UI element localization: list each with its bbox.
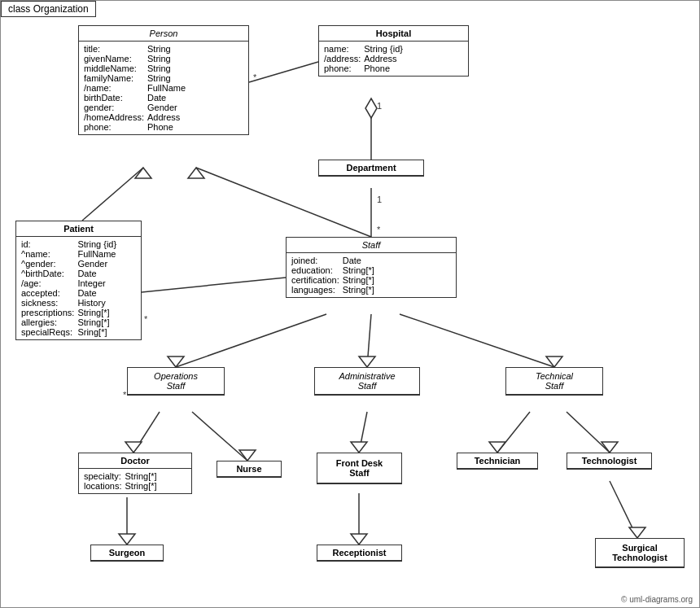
front-desk-staff-title: Front DeskStaff (317, 453, 401, 483)
patient-title: Patient (16, 221, 141, 237)
hospital-class: Hospital name:String {id} /address:Addre… (318, 25, 469, 77)
surgeon-class: Surgeon (90, 545, 164, 562)
department-title: Department (319, 160, 423, 176)
doctor-body: specialty:String[*] locations:String[*] (79, 469, 191, 493)
svg-marker-22 (125, 442, 142, 453)
administrative-staff-title: AdministrativeStaff (315, 368, 419, 395)
doctor-class: Doctor specialty:String[*] locations:Str… (78, 453, 192, 494)
technician-title: Technician (457, 453, 537, 469)
receptionist-title: Receptionist (317, 545, 401, 561)
receptionist-class: Receptionist (317, 545, 402, 562)
technical-staff-title: TechnicalStaff (506, 368, 602, 395)
svg-marker-24 (239, 450, 256, 461)
svg-line-0 (249, 62, 318, 82)
svg-text:*: * (144, 314, 148, 324)
doctor-title: Doctor (79, 453, 191, 469)
person-title: Person (79, 26, 248, 42)
person-body: title:String givenName:String middleName… (79, 42, 248, 134)
svg-line-17 (367, 314, 371, 367)
hospital-body: name:String {id} /address:Address phone:… (319, 42, 468, 76)
svg-line-10 (196, 168, 371, 237)
svg-line-35 (610, 481, 637, 538)
patient-body: id:String {id} ^name:FullName ^gender:Ge… (16, 237, 141, 339)
svg-line-8 (82, 168, 143, 221)
svg-marker-9 (135, 168, 151, 178)
technologist-title: Technologist (567, 453, 651, 469)
svg-text:1: 1 (377, 101, 382, 111)
surgical-technologist-title: SurgicalTechnologist (596, 539, 684, 567)
staff-body: joined:Date education:String[*] certific… (287, 253, 456, 297)
patient-class: Patient id:String {id} ^name:FullName ^g… (15, 221, 142, 340)
svg-marker-36 (629, 527, 645, 538)
svg-line-23 (192, 412, 247, 461)
svg-line-19 (400, 314, 554, 367)
svg-marker-26 (351, 442, 367, 453)
nurse-title: Nurse (217, 461, 281, 477)
hospital-title: Hospital (319, 26, 468, 42)
operations-staff-class: OperationsStaff (127, 367, 225, 396)
svg-marker-28 (489, 442, 505, 453)
diagram-container: class Organization * 1 1 * * * (0, 0, 700, 608)
svg-marker-32 (119, 534, 135, 545)
diagram-title: class Organization (1, 1, 96, 17)
svg-line-25 (359, 412, 367, 453)
nurse-class: Nurse (217, 461, 282, 478)
department-class: Department (318, 160, 424, 177)
svg-line-27 (497, 412, 530, 453)
svg-line-15 (176, 314, 326, 367)
technologist-class: Technologist (567, 453, 652, 470)
front-desk-staff-class: Front DeskStaff (317, 453, 402, 484)
operations-staff-title: OperationsStaff (128, 368, 224, 395)
surgical-technologist-class: SurgicalTechnologist (595, 538, 685, 568)
technical-staff-class: TechnicalStaff (505, 367, 603, 396)
svg-marker-16 (168, 356, 184, 367)
svg-text:*: * (253, 72, 257, 82)
svg-line-21 (133, 412, 160, 453)
administrative-staff-class: AdministrativeStaff (314, 367, 420, 396)
svg-text:*: * (377, 225, 381, 234)
svg-marker-30 (602, 442, 618, 453)
svg-marker-34 (351, 534, 367, 545)
copyright: © uml-diagrams.org (621, 595, 693, 604)
svg-marker-3 (365, 98, 377, 118)
svg-text:1: 1 (377, 195, 382, 204)
staff-class: Staff joined:Date education:String[*] ce… (286, 237, 457, 298)
svg-marker-18 (359, 356, 375, 367)
svg-marker-20 (546, 356, 562, 367)
svg-line-29 (567, 412, 610, 453)
svg-line-12 (142, 278, 286, 292)
staff-title: Staff (287, 238, 456, 253)
person-class: Person title:String givenName:String mid… (78, 25, 249, 135)
surgeon-title: Surgeon (91, 545, 163, 561)
svg-marker-11 (188, 168, 204, 178)
technician-class: Technician (457, 453, 538, 470)
